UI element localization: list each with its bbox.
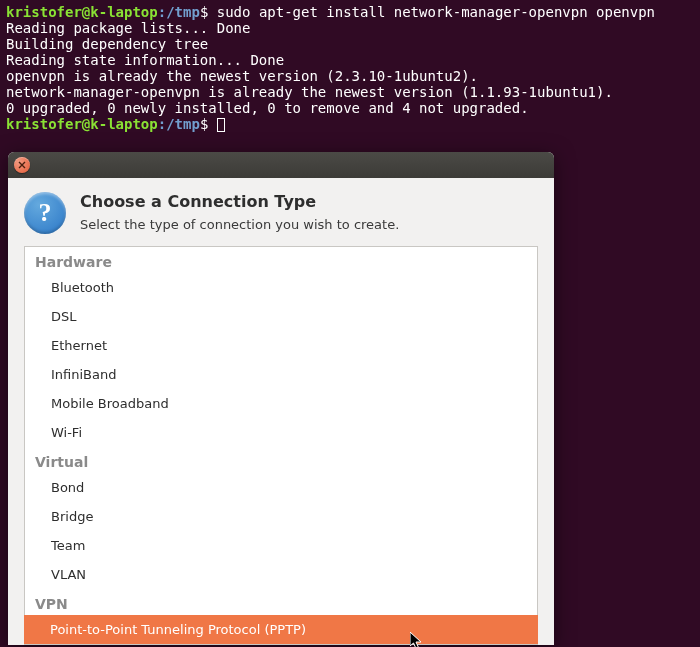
list-item-team[interactable]: Team bbox=[25, 531, 537, 560]
terminal-line: Reading package lists... Done bbox=[6, 20, 250, 36]
terminal-line: openvpn is already the newest version (2… bbox=[6, 68, 478, 84]
group-header-vpn: VPN bbox=[25, 589, 537, 615]
prompt-dollar: $ bbox=[200, 116, 208, 132]
prompt-colon: : bbox=[158, 4, 166, 20]
group-header-hardware: Hardware bbox=[25, 247, 537, 273]
terminal-line: network-manager-openvpn is already the n… bbox=[6, 84, 613, 100]
dialog-title: Choose a Connection Type bbox=[80, 192, 399, 211]
prompt-dollar: $ bbox=[200, 4, 208, 20]
list-item-ethernet[interactable]: Ethernet bbox=[25, 331, 537, 360]
prompt-userhost: kristofer@k-laptop bbox=[6, 116, 158, 132]
connection-type-list[interactable]: Hardware Bluetooth DSL Ethernet InfiniBa… bbox=[24, 246, 538, 645]
list-item-bond[interactable]: Bond bbox=[25, 473, 537, 502]
list-item-bridge[interactable]: Bridge bbox=[25, 502, 537, 531]
group-header-virtual: Virtual bbox=[25, 447, 537, 473]
prompt-path: /tmp bbox=[166, 4, 200, 20]
close-button[interactable] bbox=[14, 157, 30, 173]
terminal-line: Reading state information... Done bbox=[6, 52, 284, 68]
list-item-infiniband[interactable]: InfiniBand bbox=[25, 360, 537, 389]
question-icon: ? bbox=[24, 192, 66, 234]
terminal-line: Building dependency tree bbox=[6, 36, 208, 52]
close-icon bbox=[18, 161, 26, 169]
dialog-body: ? Choose a Connection Type Select the ty… bbox=[8, 178, 554, 645]
list-item-vlan[interactable]: VLAN bbox=[25, 560, 537, 589]
list-item-wifi[interactable]: Wi-Fi bbox=[25, 418, 537, 447]
terminal-cursor[interactable] bbox=[217, 118, 225, 132]
list-item-mobile-broadband[interactable]: Mobile Broadband bbox=[25, 389, 537, 418]
dialog-subtitle: Select the type of connection you wish t… bbox=[80, 217, 399, 232]
dialog-titlebar[interactable] bbox=[8, 152, 554, 178]
list-item-pptp[interactable]: Point-to-Point Tunneling Protocol (PPTP) bbox=[24, 615, 538, 644]
terminal-output: kristofer@k-laptop:/tmp$ sudo apt-get in… bbox=[0, 0, 700, 136]
prompt-path: /tmp bbox=[166, 116, 200, 132]
list-item-bluetooth[interactable]: Bluetooth bbox=[25, 273, 537, 302]
mouse-cursor-icon bbox=[410, 632, 426, 647]
connection-type-dialog: ? Choose a Connection Type Select the ty… bbox=[8, 152, 554, 645]
terminal-line: 0 upgraded, 0 newly installed, 0 to remo… bbox=[6, 100, 529, 116]
terminal-command: sudo apt-get install network-manager-ope… bbox=[217, 4, 655, 20]
prompt-userhost: kristofer@k-laptop bbox=[6, 4, 158, 20]
prompt-colon: : bbox=[158, 116, 166, 132]
list-item-dsl[interactable]: DSL bbox=[25, 302, 537, 331]
